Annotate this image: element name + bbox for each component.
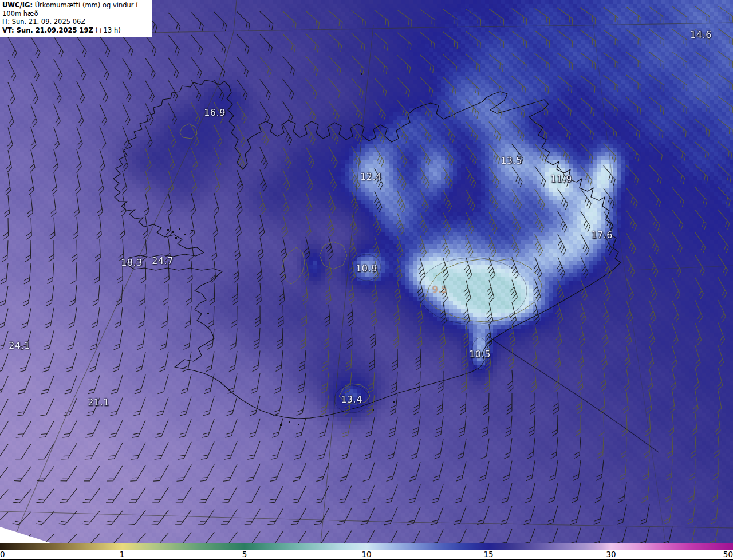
precipitation-wind-map	[0, 0, 733, 543]
title-line-product: UWC/IG: Úrkomumætti (mm) og vindur í 100…	[2, 1, 149, 18]
map-title-box: UWC/IG: Úrkomumætti (mm) og vindur í 100…	[0, 0, 152, 37]
valid-time: VT: Sun. 21.09.2025 19Z	[2, 26, 93, 34]
title-line-valid: VT: Sun. 21.09.2025 19Z (+13 h)	[2, 26, 149, 35]
valid-offset: (+13 h)	[96, 26, 121, 34]
colorbar-tick: 10	[361, 550, 371, 559]
colorbar: 0 1 5 10 15 30 50	[0, 543, 733, 560]
colorbar-tick-labels: 0 1 5 10 15 30 50	[0, 550, 733, 559]
model-id: UWC/IG:	[2, 1, 33, 9]
colorbar-tick: 1	[120, 550, 125, 559]
colorbar-tick: 50	[723, 550, 733, 559]
colorbar-tick: 0	[0, 550, 5, 559]
colorbar-tick: 15	[483, 550, 493, 559]
colorbar-tick: 30	[606, 550, 616, 559]
weather-map-viewport: 14.616.912.413.511.917.618.324.710.99.52…	[0, 0, 733, 560]
title-line-init: IT: Sun. 21. 09. 2025 06Z	[2, 18, 149, 26]
colorbar-tick: 5	[242, 550, 247, 559]
